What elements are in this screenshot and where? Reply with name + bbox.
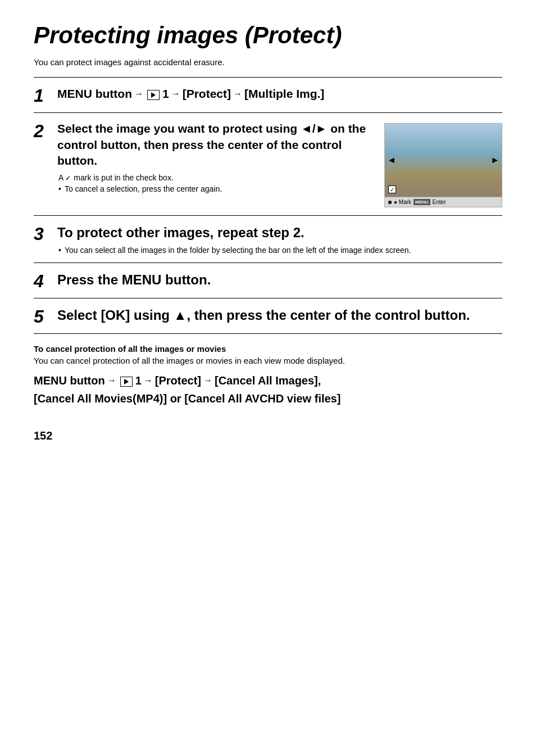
step-3-section: 3 To protect other images, repeat step 2… [34,216,502,263]
step-1-multiple: [Multiple Img.] [244,85,324,102]
step-5-section: 5 Select [OK] using ▲, then press the ce… [34,298,502,334]
page-number: 152 [34,429,502,442]
step-2-bullet: To cancel a selection, press the center … [58,184,373,193]
step-1-menu-text: MENU button [57,85,132,102]
cancel-section: To cancel protection of all the images o… [34,334,502,407]
step-2-inner: Select the image you want to protect usi… [57,121,502,207]
play-triangle-2 [124,379,129,384]
cancel-menu-path: MENU button → 1 → [Protect] → [Cancel Al… [34,372,502,407]
cancel-menu-text: MENU button [34,372,105,389]
step-1-protect: [Protect] [183,85,231,102]
cam-menu-button: MENU [414,199,430,205]
cancel-play-icon [120,377,133,387]
step-1-play-icon [147,90,160,100]
cancel-arrow-3: → [203,374,212,387]
step-3-content: To protect other images, repeat step 2. … [57,224,502,255]
cancel-heading: To cancel protection of all the images o… [34,344,502,354]
step-3-bullet: You can select all the images in the fol… [58,246,502,255]
step-1-number: 1 [34,87,57,105]
camera-bottom-bar: ● Mark MENU Enter [385,197,502,207]
cancel-num: 1 [135,372,142,389]
step-3-number: 3 [34,225,57,243]
step-5-number: 5 [34,307,57,325]
step-1-section: 1 MENU button → 1 → [Protect] → [Multipl… [34,78,502,113]
camera-image: ◄ ► ✓ [385,124,502,197]
step-4-content: Press the MENU button. [57,271,502,288]
play-triangle-1 [151,92,156,98]
step-1-title: MENU button → 1 → [Protect] → [Multiple … [57,85,502,102]
step-4-number: 4 [34,272,57,290]
step-1-content: MENU button → 1 → [Protect] → [Multiple … [57,85,502,102]
page-subtitle: You can protect images against accidenta… [34,57,502,67]
step-5-content: Select [OK] using ▲, then press the cent… [57,306,502,324]
cancel-protect: [Protect] [155,372,201,389]
step-1-play-wrap-1 [146,85,161,102]
step-1-num: 1 [162,85,169,102]
camera-preview: ◄ ► ✓ ● Mark MENU Enter [384,123,502,207]
step-2-note: A ✓ mark is put in the check box. [58,173,373,182]
cam-enter-label: Enter [433,199,446,205]
cam-dot-icon [388,201,392,204]
cancel-all-movies: [Cancel All Movies(MP4)] or [Cancel All … [34,390,340,407]
step-1-arrow-3: → [233,88,242,100]
step-1-row: 1 MENU button → 1 → [Protect] → [Multipl… [34,85,502,105]
step-5-title: Select [OK] using ▲, then press the cent… [57,306,502,324]
step-2-row: 2 Select the image you want to protect u… [34,121,502,207]
camera-checkbox: ✓ [388,185,396,193]
step-1-arrow-1: → [134,88,143,100]
step-4-row: 4 Press the MENU button. [34,271,502,290]
cam-mark-label: ● Mark [394,199,411,205]
step-4-section: 4 Press the MENU button. [34,263,502,298]
page-title: Protecting images (Protect) [34,22,502,48]
checkmark-symbol: ✓ [65,174,71,182]
cancel-description: You can cancel protection of all the ima… [34,356,502,365]
step-2-text: Select the image you want to protect usi… [57,121,373,193]
step-2-content: Select the image you want to protect usi… [57,121,502,207]
step-3-title: To protect other images, repeat step 2. [57,224,502,241]
step-1-arrow-2: → [171,88,180,100]
camera-left-arrow: ◄ [387,155,396,165]
cancel-arrow-1: → [107,374,116,387]
step-3-row: 3 To protect other images, repeat step 2… [34,224,502,255]
cancel-arrow-2: → [144,374,153,387]
step-4-title: Press the MENU button. [57,271,502,288]
step-2-section: 2 Select the image you want to protect u… [34,113,502,216]
step-2-number: 2 [34,122,57,140]
step-5-row: 5 Select [OK] using ▲, then press the ce… [34,306,502,325]
camera-right-arrow: ► [490,155,499,165]
step-2-title: Select the image you want to protect usi… [57,121,373,169]
cancel-all-images: [Cancel All Images], [215,372,321,389]
cancel-play-wrap [119,372,134,389]
